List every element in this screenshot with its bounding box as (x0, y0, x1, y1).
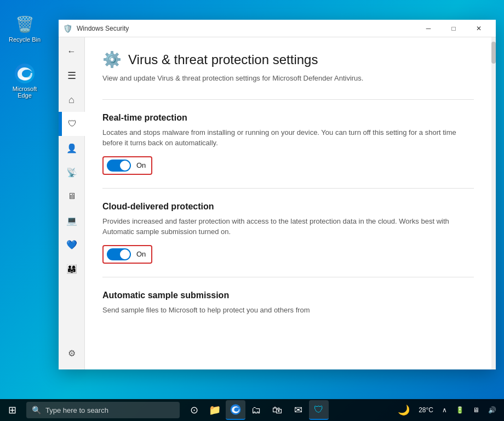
recycle-bin-icon: 🗑️ (14, 13, 36, 35)
windows-security-window: 🛡️ Windows Security ─ □ ✕ ← ☰ ⌂ 🛡 👤 📡 🖥 … (59, 20, 496, 369)
window-icon: 🛡️ (63, 24, 72, 33)
sidebar-item-app-browser[interactable]: 🖥 (59, 184, 85, 208)
temperature-text: 28°C (419, 406, 433, 414)
taskbar-edge-btn[interactable] (226, 400, 245, 420)
toggle-cloud-container[interactable]: On (102, 245, 152, 264)
divider-2 (102, 188, 474, 189)
sidebar-item-family[interactable]: 👨‍👩‍👧 (59, 257, 85, 281)
sidebar-item-device-health[interactable]: 💙 (59, 232, 85, 257)
close-button[interactable]: ✕ (466, 20, 491, 37)
taskbar-volume[interactable]: 🔊 (485, 399, 500, 421)
section-desc-auto: Send sample files to Microsoft to help p… (102, 305, 474, 316)
toggle-real-time-container[interactable]: On (102, 156, 152, 175)
toggle-cloud-thumb (120, 249, 130, 259)
taskbar-right: 🌙 28°C ∧ 🔋 🖥 🔊 (394, 399, 504, 421)
maximize-button[interactable]: □ (441, 20, 466, 37)
page-header: ⚙️ Virus & threat protection settings (102, 50, 474, 69)
window-controls: ─ □ ✕ (416, 20, 491, 37)
divider-1 (102, 99, 474, 100)
title-bar: 🛡️ Windows Security ─ □ ✕ (59, 20, 496, 37)
taskbar-system-tray[interactable]: ∧ (439, 399, 450, 421)
window-body: ← ☰ ⌂ 🛡 👤 📡 🖥 💻 💙 👨‍👩‍👧 ⚙ ⚙️ Virus & thr… (59, 37, 496, 369)
section-title-cloud: Cloud-delivered protection (102, 202, 474, 212)
section-desc-real-time: Locates and stops malware from installin… (102, 127, 474, 149)
moon-icon: 🌙 (398, 404, 410, 416)
page-subtitle: View and update Virus & threat protectio… (102, 73, 474, 84)
start-icon: ⊞ (8, 404, 16, 416)
desktop-icon-recycle-bin[interactable]: 🗑️ Recycle Bin (5, 11, 44, 45)
taskbar: ⊞ 🔍 Type here to search ⊙ 📁 🗂 🛍 ✉ 🛡 🌙 28… (0, 399, 504, 421)
taskbar-center-items: ⊙ 📁 🗂 🛍 ✉ 🛡 (184, 400, 329, 420)
start-button[interactable]: ⊞ (0, 399, 24, 421)
edge-label: Microsoft Edge (8, 86, 42, 99)
section-title-auto: Automatic sample submission (102, 291, 474, 300)
scrollbar-track[interactable] (491, 37, 496, 369)
toggle-real-time-thumb (120, 161, 130, 170)
taskbar-file-manager[interactable]: 🗂 (247, 400, 266, 420)
page-header-icon: ⚙️ (102, 50, 122, 69)
toggle-cloud[interactable] (107, 248, 131, 260)
toggle-real-time-label: On (136, 161, 146, 169)
sidebar: ← ☰ ⌂ 🛡 👤 📡 🖥 💻 💙 👨‍👩‍👧 ⚙ (59, 37, 85, 369)
edge-icon (14, 62, 36, 84)
main-content: ⚙️ Virus & threat protection settings Vi… (85, 37, 491, 369)
toggle-real-time[interactable] (107, 160, 131, 172)
taskbar-battery[interactable]: 🔋 (453, 399, 467, 421)
sidebar-item-shield[interactable]: 🛡 (59, 112, 85, 136)
minimize-button[interactable]: ─ (416, 20, 441, 37)
taskbar-task-view[interactable]: ⊙ (184, 400, 204, 420)
sidebar-item-home[interactable]: ⌂ (59, 88, 85, 112)
battery-icon: 🔋 (456, 406, 464, 414)
page-title: Virus & threat protection settings (128, 52, 318, 67)
taskbar-temperature[interactable]: 28°C (415, 399, 437, 421)
search-text: Type here to search (45, 406, 108, 414)
taskbar-mail[interactable]: ✉ (288, 400, 308, 420)
taskbar-network[interactable]: 🖥 (469, 399, 483, 421)
section-real-time-protection: Real-time protection Locates and stops m… (102, 113, 474, 175)
scrollbar-thumb[interactable] (491, 42, 496, 64)
recycle-bin-label: Recycle Bin (9, 36, 41, 43)
search-bar[interactable]: 🔍 Type here to search (26, 402, 180, 418)
section-auto-submission: Automatic sample submission Send sample … (102, 291, 474, 316)
taskbar-store[interactable]: 🛍 (267, 400, 287, 420)
toggle-cloud-label: On (136, 250, 146, 258)
sidebar-item-account[interactable]: 👤 (59, 136, 85, 160)
volume-icon: 🔊 (488, 406, 496, 414)
desktop-icon-edge[interactable]: Microsoft Edge (5, 60, 44, 101)
window-title: Windows Security (77, 25, 129, 32)
title-bar-left: 🛡️ Windows Security (63, 24, 129, 33)
sidebar-item-firewall[interactable]: 📡 (59, 160, 85, 184)
taskbar-moon[interactable]: 🌙 (394, 399, 413, 421)
section-cloud-protection: Cloud-delivered protection Provides incr… (102, 202, 474, 264)
search-icon: 🔍 (32, 406, 41, 414)
sidebar-item-menu[interactable]: ☰ (59, 64, 85, 88)
divider-3 (102, 277, 474, 277)
sidebar-item-back[interactable]: ← (59, 39, 85, 64)
section-title-real-time: Real-time protection (102, 113, 474, 123)
network-icon: 🖥 (473, 406, 479, 414)
taskbar-shield[interactable]: 🛡 (309, 400, 329, 420)
section-desc-cloud: Provides increased and faster protection… (102, 216, 474, 237)
chevron-icon: ∧ (442, 406, 447, 414)
sidebar-item-device-security[interactable]: 💻 (59, 208, 85, 232)
sidebar-item-settings[interactable]: ⚙ (59, 341, 85, 365)
taskbar-file-explorer[interactable]: 📁 (205, 400, 225, 420)
